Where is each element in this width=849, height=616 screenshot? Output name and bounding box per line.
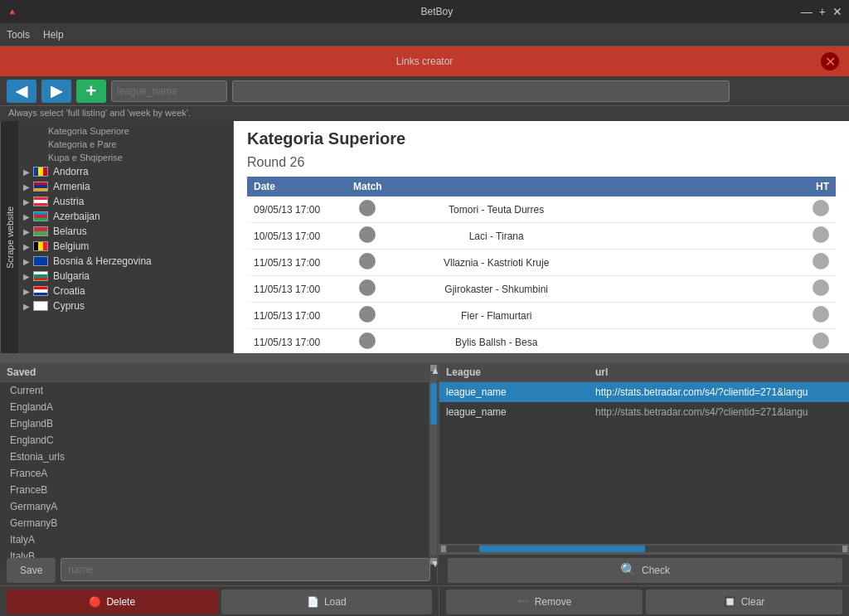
maximize-button[interactable]: + <box>819 5 826 18</box>
list-item[interactable]: GermanyB <box>0 515 429 531</box>
save-button[interactable]: Save <box>7 558 56 583</box>
col-date: Date <box>247 177 347 196</box>
table-row: 11/05/13 17:00 Fier - Flamurtari <box>247 303 836 329</box>
check-button[interactable]: 🔍 Check <box>448 558 842 583</box>
tree-item-belgium[interactable]: ▶ Belgium <box>18 239 233 254</box>
league-row[interactable]: league_name http://stats.betradar.com/s4… <box>439 402 849 422</box>
load-button[interactable]: 📄 Load <box>221 589 433 614</box>
h-scroll-thumb[interactable] <box>479 546 645 552</box>
tree-item-cyprus[interactable]: ▶ Cyprus <box>18 298 233 313</box>
col-ht: HT <box>604 177 836 196</box>
fixture-date: 11/05/13 17:00 <box>247 250 347 276</box>
window-controls[interactable]: — + ✕ <box>801 5 842 18</box>
url-input[interactable]: stats.betradar.com/s4/?clientid=271&lang… <box>232 80 730 102</box>
scrape-website-button[interactable]: Scrape website <box>0 121 18 353</box>
fixture-icon-left <box>347 276 389 303</box>
tree-sidebar: Kategoria Superiore Kategoria e Pare Kup… <box>18 121 234 353</box>
close-button[interactable]: ✕ <box>832 5 842 18</box>
tree-item-austria[interactable]: ▶ Austria <box>18 194 233 209</box>
sub-item-kategoria-e-pare[interactable]: Kategoria e Pare <box>18 138 233 151</box>
list-item[interactable]: FranceA <box>0 465 429 482</box>
content-pane: Kategoria Superiore Round 26 Date Match … <box>234 121 849 353</box>
bottom-panel: Saved CurrentEnglandAEnglandBEnglandCEst… <box>0 363 849 554</box>
tree-item-azerbaijan[interactable]: ▶ Azerbaijan <box>18 209 233 224</box>
clear-button[interactable]: 🔲 Clear <box>646 589 842 614</box>
scroll-thumb[interactable] <box>430 383 437 424</box>
flag-croatia <box>33 286 48 296</box>
back-button[interactable]: ◀ <box>7 80 36 103</box>
left-actions: 🔴 Delete 📄 Load <box>0 586 439 616</box>
table-row: 11/05/13 17:00 Bylis Ballsh - Besa <box>247 329 836 354</box>
fixtures-table: Date Match HT 09/05/13 17:00 Tomori - Te… <box>247 177 836 353</box>
links-creator-title: Links creator <box>396 56 454 67</box>
list-item[interactable]: EnglandC <box>0 432 429 449</box>
flag-armenia <box>33 182 48 192</box>
sub-item-kategoria-superiore[interactable]: Kategoria Superiore <box>18 124 233 138</box>
fixture-date: 11/05/13 17:00 <box>247 276 347 303</box>
close-links-button[interactable]: ✕ <box>821 52 839 70</box>
league-name-input[interactable] <box>111 80 227 102</box>
list-item[interactable]: ItalyA <box>0 531 429 548</box>
col-league-header: League <box>439 363 589 381</box>
fixture-icon-right <box>604 303 836 329</box>
league-title: Kategoria Superiore <box>247 129 836 148</box>
action-bar-1: Save 🔍 Check <box>0 554 849 585</box>
saved-list[interactable]: CurrentEnglandAEnglandBEnglandCEstonia_u… <box>0 382 429 565</box>
tree-item-bulgaria[interactable]: ▶ Bulgaria <box>18 269 233 284</box>
list-item[interactable]: Current <box>0 382 429 399</box>
add-button[interactable]: + <box>76 80 106 103</box>
scroll-up-arrow[interactable]: ▲ <box>430 365 437 371</box>
tree-item-andorra[interactable]: ▶ Andorra <box>18 164 233 179</box>
flag-belarus <box>33 226 48 236</box>
tree-item-bosnia[interactable]: ▶ Bosnia & Herzegovina <box>18 254 233 269</box>
list-item[interactable]: GermanyA <box>0 498 429 515</box>
name-input[interactable] <box>61 558 430 581</box>
list-item[interactable]: Estonia_urls <box>0 449 429 465</box>
fixture-icon-right <box>604 276 836 303</box>
list-item[interactable]: EnglandB <box>0 415 429 432</box>
flag-austria <box>33 196 48 206</box>
delete-button[interactable]: 🔴 Delete <box>7 589 218 614</box>
fixture-match: Laci - Tirana <box>389 223 604 250</box>
fixture-match: Tomori - Teuta Durres <box>389 196 604 223</box>
forward-button[interactable]: ▶ <box>41 80 71 103</box>
menu-tools[interactable]: Tools <box>7 29 30 41</box>
fixture-date: 09/05/13 17:00 <box>247 196 347 223</box>
window-title: BetBoy <box>73 6 801 17</box>
list-item[interactable]: FranceB <box>0 482 429 498</box>
fixture-match: Fier - Flamurtari <box>389 303 604 329</box>
menu-help[interactable]: Help <box>43 29 64 41</box>
league-row[interactable]: league_name http://stats.betradar.com/s4… <box>439 382 849 402</box>
tree-item-croatia[interactable]: ▶ Croatia <box>18 284 233 298</box>
tree-item-belarus[interactable]: ▶ Belarus <box>18 224 233 239</box>
table-row: 11/05/13 17:00 Vllaznia - Kastrioti Kruj… <box>247 250 836 276</box>
h-scroll-right[interactable] <box>842 546 847 552</box>
fixture-match: Gjirokaster - Shkumbini <box>389 276 604 303</box>
main-area: Scrape website Kategoria Superiore Kateg… <box>0 121 849 353</box>
fixture-match: Bylis Ballsh - Besa <box>389 329 604 354</box>
title-bar: 🔺 BetBoy — + ✕ <box>0 0 849 23</box>
arrow-belgium: ▶ <box>23 242 30 251</box>
league-h-scrollbar[interactable] <box>439 544 849 554</box>
flag-andorra <box>33 167 48 177</box>
arrow-bosnia: ▶ <box>23 257 30 266</box>
col-url-header: url <box>589 363 849 381</box>
fixture-icon-right <box>604 196 836 223</box>
url-cell: http://stats.betradar.com/s4/?clientid=2… <box>589 405 849 420</box>
flag-azerbaijan <box>33 211 48 221</box>
sub-item-kupa-e-shqiperise[interactable]: Kupa e Shqiperise <box>18 151 233 164</box>
action-bar-2: 🔴 Delete 📄 Load ➖ Remove 🔲 Clear <box>0 585 849 616</box>
fixture-date: 10/05/13 17:00 <box>247 223 347 250</box>
list-item[interactable]: EnglandA <box>0 399 429 415</box>
saved-scrollbar[interactable]: ▲ ▼ <box>429 363 439 565</box>
remove-button[interactable]: ➖ Remove <box>446 589 643 614</box>
minimize-button[interactable]: — <box>801 5 813 18</box>
league-cell: league_name <box>439 385 589 400</box>
tree-item-armenia[interactable]: ▶ Armenia <box>18 179 233 194</box>
flag-bosnia <box>33 256 48 266</box>
col-match: Match <box>347 177 389 196</box>
h-scrollbar[interactable] <box>0 353 849 363</box>
league-panel-header: League url <box>439 363 849 382</box>
flag-belgium <box>33 241 48 251</box>
fixture-match: Vllaznia - Kastrioti Kruje <box>389 250 604 276</box>
